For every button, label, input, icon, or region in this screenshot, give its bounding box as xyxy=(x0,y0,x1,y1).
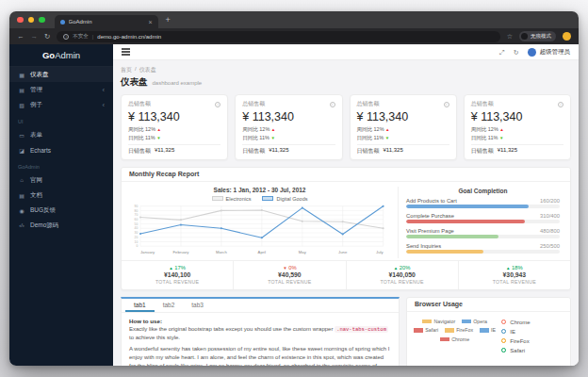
progress-bar xyxy=(406,220,560,223)
monthly-recap-panel: Monthly Recap Report Sales: 1 Jan, 2012 … xyxy=(121,167,571,290)
card-footer-value: ¥11,325 xyxy=(155,147,174,156)
bookmark-star-icon[interactable]: ☆ xyxy=(507,33,513,41)
svg-text:40: 40 xyxy=(135,226,139,230)
incognito-icon xyxy=(521,33,528,40)
hamburger-menu-icon[interactable] xyxy=(122,48,130,49)
stat-percent: ▲ 18% xyxy=(459,265,570,270)
refresh-icon[interactable]: ↻ xyxy=(514,49,519,56)
recap-panel-title: Monthly Recap Report xyxy=(122,168,570,182)
tab-tab3[interactable]: tab3 xyxy=(183,299,212,312)
trend-label: 日同比 xyxy=(471,135,487,140)
tabs-panel: tab1 tab2 tab3 How to use: Exactly like … xyxy=(121,297,400,366)
sidebar-item-label: 表单 xyxy=(30,131,42,139)
legend-digital-goods[interactable]: Digital Goods xyxy=(262,196,307,202)
legend-electronics[interactable]: Electronics xyxy=(212,196,252,202)
code-token: .nav-tabs-custom xyxy=(335,326,388,333)
profile-avatar[interactable] xyxy=(563,32,571,41)
stat-label: TOTAL REVENUE xyxy=(234,279,345,285)
close-tab-icon[interactable]: × xyxy=(148,19,152,25)
card-day-trend: 日同比 11% ▼ xyxy=(357,134,449,142)
trend-label: 日同比 xyxy=(357,135,373,140)
sidebar-item-website[interactable]: ⌂ 官网 xyxy=(9,172,113,188)
incognito-badge: 无痕模式 xyxy=(519,31,556,41)
legend-opera[interactable]: Opera xyxy=(462,319,487,324)
footer-stat: ▲ 18% ¥30,943 TOTAL REVENUE xyxy=(458,261,570,289)
progress-bar xyxy=(406,235,560,238)
fullscreen-icon[interactable]: ⤢ xyxy=(499,49,505,56)
sidebar-item-admin[interactable]: ▤ 管理 ‹ xyxy=(9,82,113,97)
trend-value: 11% xyxy=(145,135,155,140)
sidebar-item-bug-feedback[interactable]: ◉ BUG反馈 xyxy=(9,203,113,218)
card-footer-label: 日销售额 xyxy=(242,147,265,156)
svg-text:60: 60 xyxy=(135,218,139,221)
opera-swatch xyxy=(462,320,471,324)
minimize-window-button[interactable] xyxy=(28,17,35,24)
home-icon: ⌂ xyxy=(18,177,25,183)
how-to-use-text: Exactly like the original bootstrap tabs… xyxy=(129,325,391,342)
legend-firefox[interactable]: FireFox xyxy=(445,327,473,333)
new-tab-button[interactable]: + xyxy=(166,16,171,25)
legend-navigator[interactable]: Navigator xyxy=(422,319,455,324)
card-value: ¥ 113,340 xyxy=(471,110,564,123)
close-window-button[interactable] xyxy=(17,17,24,24)
footer-stat: ▲ 17% ¥140,100 TOTAL REVENUE xyxy=(122,261,233,289)
trend-label: 日同比 xyxy=(242,135,258,140)
legend-safari[interactable]: Safari xyxy=(414,327,438,333)
svg-text:10: 10 xyxy=(135,240,139,244)
svg-text:May: May xyxy=(299,249,307,254)
tab-tab1[interactable]: tab1 xyxy=(125,299,155,312)
safari-swatch xyxy=(414,328,423,333)
breadcrumb-home[interactable]: 首页 xyxy=(121,66,132,74)
forward-icon[interactable]: → xyxy=(31,33,39,41)
caret-up-icon: ▲ xyxy=(394,266,398,270)
sidebar-item-echarts[interactable]: ◪ Echarts xyxy=(9,142,113,157)
breadcrumb-current: 仪表盘 xyxy=(139,66,156,74)
docs-icon: ▤ xyxy=(18,192,25,199)
back-icon[interactable]: ← xyxy=(17,33,24,41)
card-footer-value: ¥11,325 xyxy=(498,147,517,156)
sidebar-item-demo-source[interactable]: ‹/› Demo源码 xyxy=(9,218,113,233)
svg-text:July: July xyxy=(376,249,384,254)
info-icon[interactable]: i xyxy=(330,102,335,107)
svg-text:80: 80 xyxy=(135,209,139,213)
card-week-trend: 周同比 12% ▲ xyxy=(242,125,335,134)
info-icon[interactable]: i xyxy=(444,102,449,107)
goal-value: 310/400 xyxy=(540,213,560,219)
progress-fill xyxy=(406,235,498,238)
reload-icon[interactable]: ↻ xyxy=(44,33,50,41)
tab-tab2[interactable]: tab2 xyxy=(155,299,184,312)
legend-ie[interactable]: IE xyxy=(480,327,496,333)
not-secure-icon[interactable]: i xyxy=(63,34,69,40)
legend-chrome[interactable]: Chrome xyxy=(440,336,469,342)
card-value: ¥ 113,340 xyxy=(357,110,449,123)
card-day-trend: 日同比 11% ▼ xyxy=(128,134,220,142)
url-text[interactable]: demo.go-admin.cn/admin xyxy=(97,34,161,40)
trend-label: 周同比 xyxy=(357,126,373,132)
sidebar-item-dashboard[interactable]: ▦ 仪表盘 xyxy=(9,67,113,82)
example-icon: ▧ xyxy=(18,102,25,108)
card-footer-value: ¥11,325 xyxy=(384,147,403,156)
user-menu[interactable]: 超级管理员 xyxy=(528,48,571,57)
browser-toolbar: ← → ↻ i 不安全 | demo.go-admin.cn/admin ☆ 无… xyxy=(9,28,579,44)
tab-content: How to use: Exactly like the original bo… xyxy=(122,313,399,366)
list-item: Chrome xyxy=(501,320,565,325)
sidebar-section-goadmin: GoAdmin xyxy=(9,160,113,172)
top-navbar: ⤢ ↻ 超级管理员 xyxy=(113,44,579,60)
sidebar-item-example[interactable]: ▧ 例子 ‹ xyxy=(9,97,113,112)
breadcrumb-separator: / xyxy=(135,66,137,74)
sidebar-item-docs[interactable]: ▤ 文档 xyxy=(9,188,113,203)
info-icon[interactable]: i xyxy=(558,102,564,107)
address-bar[interactable]: i 不安全 | demo.go-admin.cn/admin xyxy=(57,31,499,42)
zoom-window-button[interactable] xyxy=(39,17,45,24)
sidebar-item-form[interactable]: ▭ 表单 xyxy=(9,127,113,142)
info-icon[interactable]: i xyxy=(215,102,220,107)
card-title: 总销售额 xyxy=(471,100,494,108)
logo-bold: Go xyxy=(42,50,55,60)
goadmin-logo[interactable]: GoAdmin xyxy=(9,44,113,67)
list-item: IE xyxy=(501,329,565,335)
goadmin-favicon xyxy=(60,20,65,25)
browser-tab[interactable]: GoAdmin × xyxy=(55,15,158,28)
goal-label: Visit Premium Page xyxy=(406,228,454,234)
trend-label: 周同比 xyxy=(471,126,487,132)
trend-label: 周同比 xyxy=(242,126,258,132)
